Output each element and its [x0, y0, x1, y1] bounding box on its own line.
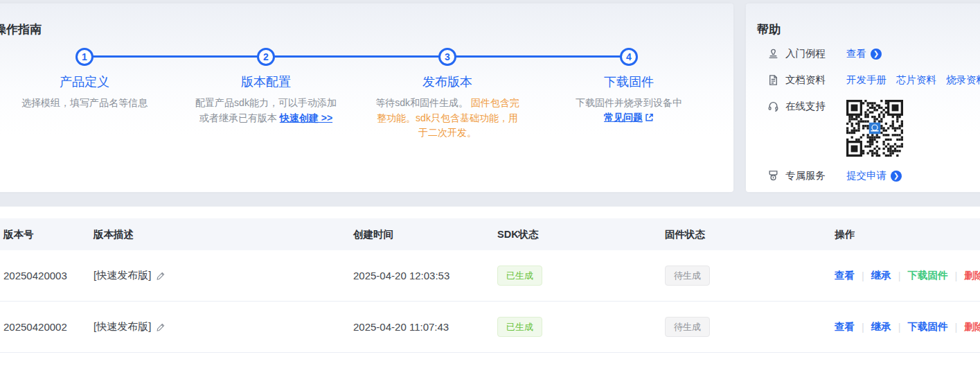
chip-docs-link[interactable]: 芯片资料: [896, 73, 936, 87]
stamp-icon: [767, 48, 779, 60]
step-download-firmware: 4 下载固件 下载固件并烧录到设备中 常见问题: [538, 48, 720, 141]
page: 操作指南 1 产品定义 选择模组，填写产品名等信息 2 版本配置 配置产品sdk…: [0, 0, 980, 391]
col-header-desc: 版本描述: [93, 228, 353, 241]
version-desc: [快速发布版]: [93, 320, 151, 333]
medal-icon: [767, 170, 779, 182]
help-label: 在线支持: [785, 100, 826, 113]
help-panel: 帮助 入门例程 查看❯ 文档资料 开发手册 芯片资料 烧录资料 在线支持: [746, 3, 980, 192]
help-row-docs: 文档资料 开发手册 芯片资料 烧录资料: [767, 73, 980, 87]
col-header-version: 版本号: [3, 228, 93, 241]
help-title: 帮助: [757, 21, 781, 37]
arrow-right-circle-icon: ❯: [891, 171, 902, 182]
operation-guide-panel: 操作指南 1 产品定义 选择模组，填写产品名等信息 2 版本配置 配置产品sdk…: [0, 3, 733, 192]
edit-icon[interactable]: [156, 271, 166, 281]
fw-status-badge: 待生成: [665, 266, 710, 286]
step-product-define: 1 产品定义 选择模组，填写产品名等信息: [0, 48, 175, 141]
help-row-support: 在线支持: [767, 100, 903, 157]
submit-request-link[interactable]: 提交申请❯: [846, 169, 902, 182]
headset-icon: [767, 101, 779, 112]
download-firmware-action[interactable]: 下载固件: [908, 269, 948, 282]
step-1-title: 产品定义: [60, 73, 109, 90]
step-3-desc: 等待sdk和固件生成。 固件包含完整功能。sdk只包含基础功能，用于二次开发。: [375, 96, 519, 141]
col-header-created: 创建时间: [353, 228, 497, 241]
version-desc: [快速发布版]: [93, 269, 151, 282]
version-number: 20250420003: [3, 270, 93, 281]
col-header-sdk-status: SDK状态: [497, 228, 665, 241]
inherit-action[interactable]: 继承: [871, 269, 891, 282]
view-action[interactable]: 查看: [835, 320, 855, 333]
step-2-title: 版本配置: [241, 73, 291, 90]
help-label: 入门例程: [785, 47, 826, 60]
col-header-actions: 操作: [835, 228, 980, 241]
version-table-section: 版本号 版本描述 创建时间 SDK状态 固件状态 操作 20250420003 …: [0, 207, 980, 391]
dev-manual-link[interactable]: 开发手册: [846, 73, 887, 87]
fw-status-badge: 待生成: [665, 317, 710, 337]
inherit-action[interactable]: 继承: [871, 320, 891, 333]
arrow-right-circle-icon: ❯: [871, 49, 882, 60]
step-4-circle: 4: [620, 48, 638, 66]
edit-icon[interactable]: [156, 322, 166, 332]
external-link-icon: [645, 113, 654, 124]
step-4-desc: 下载固件并烧录到设备中: [557, 96, 701, 111]
document-icon: [767, 74, 779, 86]
delete-action[interactable]: 删除: [964, 269, 980, 282]
sdk-status-badge: 已生成: [497, 266, 542, 286]
table-row: 20250420002 [快速发布版] 2025-04-20 11:07:43 …: [0, 302, 980, 353]
step-3-title: 发布版本: [422, 73, 472, 90]
burn-docs-link[interactable]: 烧录资料: [946, 73, 980, 87]
stepper: 1 产品定义 选择模组，填写产品名等信息 2 版本配置 配置产品sdk能力，可以…: [0, 3, 733, 192]
help-label: 文档资料: [785, 73, 826, 87]
view-examples-link[interactable]: 查看❯: [846, 47, 882, 60]
version-number: 20250420002: [3, 321, 93, 333]
view-action[interactable]: 查看: [835, 269, 855, 282]
delete-action[interactable]: 删除: [964, 320, 980, 333]
step-2-desc: 配置产品sdk能力，可以手动添加或者继承已有版本 快速创建 >>: [194, 96, 338, 125]
table-row: 20250420003 [快速发布版] 2025-04-20 12:03:53 …: [0, 250, 980, 302]
step-3-circle: 3: [438, 48, 456, 66]
sdk-status-badge: 已生成: [497, 317, 542, 337]
step-1-desc: 选择模组，填写产品名等信息: [12, 96, 157, 111]
step-version-config: 2 版本配置 配置产品sdk能力，可以手动添加或者继承已有版本 快速创建 >>: [175, 48, 357, 141]
created-time: 2025-04-20 11:07:43: [353, 321, 497, 333]
step-2-circle: 2: [257, 48, 275, 66]
faq-link[interactable]: 常见问题: [604, 112, 654, 123]
step-4-title: 下载固件: [604, 73, 654, 90]
table-header-row: 版本号 版本描述 创建时间 SDK状态 固件状态 操作: [0, 218, 980, 250]
step-1-circle: 1: [75, 48, 93, 66]
help-row-service: 专属服务 提交申请❯: [767, 169, 902, 182]
created-time: 2025-04-20 12:03:53: [353, 270, 497, 281]
step-release-version: 3 发布版本 等待sdk和固件生成。 固件包含完整功能。sdk只包含基础功能，用…: [357, 48, 538, 141]
help-label: 专属服务: [785, 169, 826, 182]
qr-code: [846, 100, 903, 157]
quick-create-link[interactable]: 快速创建 >>: [280, 112, 332, 123]
help-row-examples: 入门例程 查看❯: [767, 47, 882, 60]
col-header-fw-status: 固件状态: [665, 228, 835, 241]
download-firmware-action[interactable]: 下载固件: [908, 320, 948, 333]
